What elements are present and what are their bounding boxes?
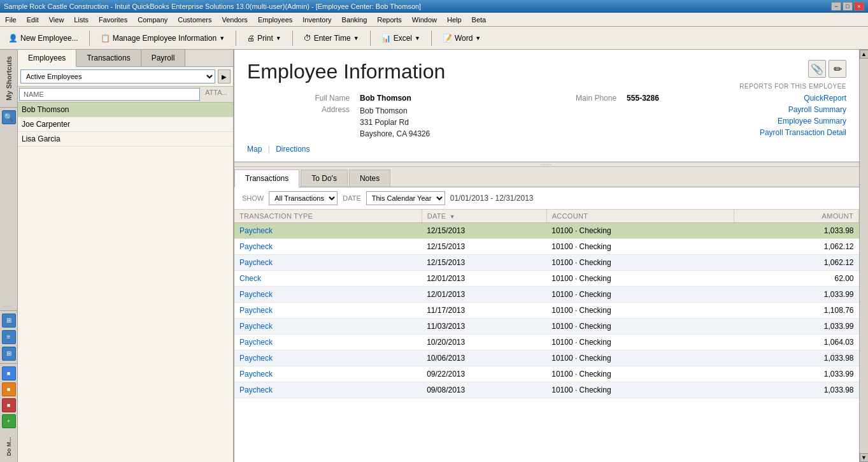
transaction-filter-bar: SHOW All Transactions Paychecks Checks D… — [234, 187, 859, 210]
transaction-type-link[interactable]: Paycheck — [239, 306, 273, 315]
restore-button[interactable]: □ — [843, 2, 853, 11]
table-row[interactable]: Paycheck 12/15/2013 10100 · Checking 1,0… — [234, 239, 859, 255]
column-header-date[interactable]: DATE ▼ — [422, 210, 546, 223]
quickreport-link[interactable]: QuickReport — [739, 94, 846, 103]
column-header-account: ACCOUNT — [546, 210, 734, 223]
title-bar-controls[interactable]: − □ × — [831, 2, 864, 11]
trans-tab-transactions[interactable]: Transactions — [234, 170, 299, 187]
nav-icon-green[interactable]: + — [2, 414, 16, 428]
attachment-button[interactable]: 📎 — [808, 60, 826, 78]
transaction-type-link[interactable]: Paycheck — [239, 258, 273, 267]
resize-handle[interactable]: ····· — [234, 162, 859, 167]
menu-customers[interactable]: Customers — [175, 15, 214, 24]
menu-lists[interactable]: Lists — [71, 15, 91, 24]
employee-details-grid: Full Name Bob Thomson Main Phone 555-328… — [247, 94, 727, 140]
transaction-date-cell: 12/01/2013 — [422, 287, 546, 303]
menu-vendors[interactable]: Vendors — [220, 15, 250, 24]
menu-inventory[interactable]: Inventory — [300, 15, 334, 24]
new-employee-button[interactable]: 👤 New Employee... — [5, 32, 82, 45]
full-name-value: Bob Thomson — [360, 94, 498, 103]
address-line2: 331 Poplar Rd — [360, 117, 498, 128]
transaction-type-cell: Paycheck — [234, 303, 422, 319]
active-employees-dropdown[interactable]: Active Employees All Employees Released … — [20, 69, 215, 83]
minimize-button[interactable]: − — [831, 2, 841, 11]
menu-view[interactable]: View — [46, 15, 67, 24]
shortcuts-label[interactable]: My Shortcuts — [4, 50, 14, 107]
table-row[interactable]: Paycheck 12/15/2013 10100 · Checking 1,0… — [234, 255, 859, 271]
payroll-transaction-detail-link[interactable]: Payroll Transaction Detail — [739, 128, 846, 137]
nav-icon-orange[interactable]: ■ — [2, 382, 16, 396]
date-range-dropdown[interactable]: This Calendar Year Last Calendar Year Cu… — [366, 191, 445, 205]
tab-transactions[interactable]: Transactions — [76, 50, 141, 66]
transaction-date-cell: 10/06/2013 — [422, 350, 546, 366]
word-button[interactable]: 📝 Word ▼ — [439, 32, 484, 45]
nav-icon-search[interactable]: 🔍 — [2, 110, 16, 124]
employee-name: Bob Thomson — [22, 105, 69, 114]
transaction-type-link[interactable]: Paycheck — [239, 354, 273, 363]
nav-icon-red[interactable]: ■ — [2, 398, 16, 412]
employee-summary-link[interactable]: Employee Summary — [739, 117, 846, 126]
transaction-type-link[interactable]: Paycheck — [239, 338, 273, 347]
menu-employees[interactable]: Employees — [255, 15, 295, 24]
toolbar-separator-1 — [89, 31, 90, 46]
manage-icon: 📋 — [101, 34, 110, 43]
print-arrow: ▼ — [276, 35, 281, 41]
nav-icon-home[interactable]: ⊞ — [2, 314, 16, 328]
address-line3: Bayshore, CA 94326 — [360, 128, 498, 140]
transaction-type-link[interactable]: Check — [239, 274, 261, 283]
menu-beta[interactable]: Beta — [469, 15, 489, 24]
menu-banking[interactable]: Banking — [339, 15, 370, 24]
print-button[interactable]: 🖨 Print ▼ — [244, 32, 285, 45]
nav-icon-grid[interactable]: ⊞ — [2, 347, 16, 361]
transaction-type-link[interactable]: Paycheck — [239, 370, 273, 379]
enter-time-button[interactable]: ⏱ Enter Time ▼ — [301, 32, 362, 45]
menu-company[interactable]: Company — [135, 15, 170, 24]
do-more-label[interactable]: Do M... — [4, 431, 13, 463]
excel-button[interactable]: 📊 Excel ▼ — [378, 32, 423, 45]
map-link[interactable]: Map — [247, 145, 262, 154]
employee-row[interactable]: Joe Carpenter — [18, 117, 233, 132]
close-button[interactable]: × — [854, 2, 864, 11]
print-label: Print — [257, 34, 273, 43]
employee-row[interactable]: Lisa Garcia — [18, 132, 233, 147]
payroll-summary-link[interactable]: Payroll Summary — [739, 105, 846, 114]
trans-tab-todos[interactable]: To Do's — [301, 170, 348, 187]
table-row[interactable]: Paycheck 12/01/2013 10100 · Checking 1,0… — [234, 287, 859, 303]
nav-icon-blue-square[interactable]: ■ — [2, 366, 16, 380]
transaction-type-link[interactable]: Paycheck — [239, 290, 273, 299]
tab-employees[interactable]: Employees — [18, 50, 76, 67]
table-row[interactable]: Paycheck 09/08/2013 10100 · Checking 1,0… — [234, 382, 859, 398]
transaction-type-link[interactable]: Paycheck — [239, 242, 273, 251]
menu-edit[interactable]: Edit — [24, 15, 41, 24]
table-row[interactable]: Paycheck 11/17/2013 10100 · Checking 1,1… — [234, 303, 859, 319]
table-row[interactable]: Check 12/01/2013 10100 · Checking 62.00 — [234, 271, 859, 287]
menu-reports[interactable]: Reports — [374, 15, 404, 24]
transaction-type-link[interactable]: Paycheck — [239, 386, 273, 394]
employee-row[interactable]: Bob Thomson — [18, 103, 233, 117]
manage-employee-button[interactable]: 📋 Manage Employee Information ▼ — [97, 32, 228, 45]
menu-window[interactable]: Window — [409, 15, 439, 24]
transaction-type-link[interactable]: Paycheck — [239, 226, 273, 235]
address-block: Bob Thomson 331 Poplar Rd Bayshore, CA 9… — [360, 105, 498, 140]
table-row[interactable]: Paycheck 11/03/2013 10100 · Checking 1,0… — [234, 319, 859, 335]
scroll-up-button[interactable]: ▲ — [860, 50, 869, 59]
edit-button[interactable]: ✏ — [829, 60, 846, 78]
table-row[interactable]: Paycheck 10/06/2013 10100 · Checking 1,0… — [234, 350, 859, 366]
show-transactions-dropdown[interactable]: All Transactions Paychecks Checks — [269, 191, 338, 205]
table-row[interactable]: Paycheck 10/20/2013 10100 · Checking 1,0… — [234, 335, 859, 350]
directions-link[interactable]: Directions — [276, 145, 309, 154]
trans-tab-notes[interactable]: Notes — [349, 170, 390, 187]
action-icons-row: 📎 ✏ — [808, 60, 846, 78]
scroll-down-button[interactable]: ▼ — [860, 453, 869, 462]
menu-file[interactable]: File — [3, 15, 19, 24]
transaction-type-link[interactable]: Paycheck — [239, 322, 273, 331]
table-row[interactable]: Paycheck 09/22/2013 10100 · Checking 1,0… — [234, 366, 859, 382]
tab-payroll[interactable]: Payroll — [141, 50, 186, 66]
table-row[interactable]: Paycheck 12/15/2013 10100 · Checking 1,0… — [234, 223, 859, 239]
transaction-amount-cell: 1,108.76 — [734, 303, 858, 319]
filter-nav-button[interactable]: ▶ — [218, 69, 231, 83]
menu-favorites[interactable]: Favorites — [96, 15, 130, 24]
nav-icon-doc[interactable]: ≡ — [2, 330, 16, 344]
menu-help[interactable]: Help — [445, 15, 464, 24]
right-scrollbar[interactable]: ▲ ▼ — [859, 50, 868, 462]
